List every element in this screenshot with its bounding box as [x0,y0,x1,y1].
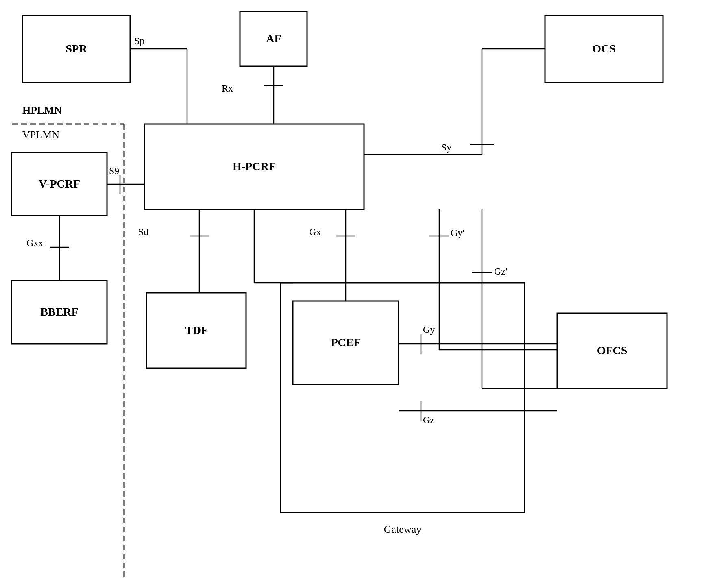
af-label: AF [266,32,281,45]
diagram-container: HPLMN VPLMN SPR AF OCS V-PCRF H-PCRF BBE… [0,0,728,578]
vpcrf-label: V-PCRF [39,177,80,190]
sp-label: Sp [134,35,144,46]
s9-label: S9 [109,166,119,176]
spr-label: SPR [66,42,88,55]
rx-label: Rx [222,83,233,94]
sy-label: Sy [441,142,451,153]
gxx-label: Gxx [26,238,43,248]
ocs-label: OCS [592,42,616,55]
sd-label: Sd [138,227,148,237]
architecture-diagram: HPLMN VPLMN SPR AF OCS V-PCRF H-PCRF BBE… [0,0,728,578]
gx-label: Gx [309,227,321,237]
tdf-label: TDF [185,324,208,336]
gy-label: Gy [423,324,435,335]
vplmn-label: VPLMN [22,129,59,141]
ofcs-label: OFCS [597,344,628,357]
pcef-label: PCEF [331,336,360,349]
hplmn-label: HPLMN [22,105,62,116]
gateway-label: Gateway [384,523,421,535]
hpcrf-label: H-PCRF [233,160,276,172]
gz-prime-label: Gz' [494,266,507,277]
bberf-label: BBERF [40,305,78,318]
gy-prime-label: Gy' [451,227,464,238]
gateway-box [281,283,525,513]
gz-label: Gz [423,414,434,425]
